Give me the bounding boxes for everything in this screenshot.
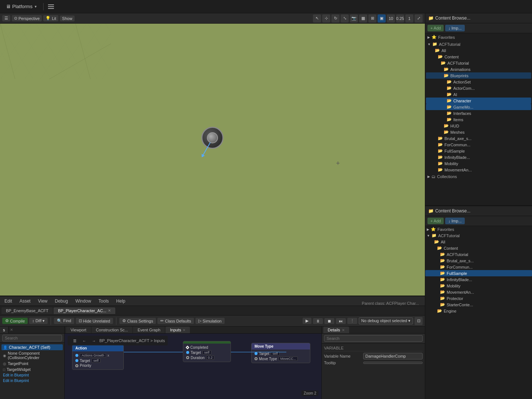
ct-item-forcommun[interactable]: 📂 ForCommun... <box>426 141 531 148</box>
platforms-menu[interactable]: 🖥 Platforms ▼ <box>3 2 40 11</box>
graph-tab-event[interactable]: Event Graph <box>133 327 165 333</box>
find-btn[interactable]: 🔍 Find <box>54 318 74 324</box>
menu-edit[interactable]: Edit <box>3 298 14 304</box>
translate-btn[interactable]: ⊹ <box>322 14 330 23</box>
simulation-btn[interactable]: ▷ Simulation <box>195 318 224 324</box>
bp-tab-2-close[interactable]: ✕ <box>108 308 111 313</box>
surface-btn[interactable]: ▦ <box>359 14 367 23</box>
ct-item-character[interactable]: 📂 Character <box>426 98 531 104</box>
menu-window[interactable]: Window <box>74 298 93 304</box>
add-btn[interactable]: + Add <box>427 25 444 31</box>
show-btn[interactable]: Show <box>60 16 75 21</box>
ct-item-animations[interactable]: 📂 Animations <box>426 66 531 72</box>
ct2-content[interactable]: 📂 Content <box>425 245 532 251</box>
ct-item-acftutorial-sub[interactable]: 📂 ACFTutorial <box>426 60 531 66</box>
stop-btn[interactable]: ⏹ <box>324 318 334 324</box>
viewport-3d[interactable]: + <box>0 24 425 296</box>
ct2-starterconte[interactable]: 📂 StarterConte... <box>425 301 532 308</box>
right-tab-close[interactable]: ✕ <box>342 328 345 332</box>
camera-btn[interactable]: 📷 <box>350 14 358 23</box>
hide-unrelated-btn[interactable]: ⊡ Hide Unrelated <box>76 318 113 324</box>
ct-item-meshes[interactable]: 📂 Meshes <box>426 129 531 135</box>
lit-btn[interactable]: 💡 Lit <box>43 15 58 21</box>
graph-fwd-icon[interactable]: → <box>90 337 98 345</box>
ct-item-hud[interactable]: 📂 HUD <box>426 123 531 129</box>
pause-btn[interactable]: ⏸ <box>313 318 323 324</box>
bp-tab-2[interactable]: BP_PlayerCharacter_AC... ✕ <box>54 307 115 314</box>
ct2-infinity[interactable]: 📂 InfinityBlade... <box>425 276 532 283</box>
menu-asset[interactable]: Asset <box>18 298 32 304</box>
class-settings-btn[interactable]: ⚙ Class Settings <box>119 318 156 324</box>
play-btn[interactable]: ▶ <box>303 318 311 324</box>
class-defaults-btn[interactable]: ✏ Class Defaults <box>157 318 194 324</box>
tree-item-edit2[interactable]: Edit in Blueprint <box>1 378 63 383</box>
ct2-mobility[interactable]: 📂 Mobility <box>425 283 532 289</box>
grid-size-btn[interactable]: 10 <box>387 14 395 23</box>
menu-help[interactable]: Help <box>115 298 127 304</box>
ct2-brutal[interactable]: 📂 Brutal_axe_s... <box>425 258 532 264</box>
ct2-fullsample[interactable]: 📂 FullSample <box>425 270 532 276</box>
tree-item-collider[interactable]: ◉ None Component (CollisionCylinder <box>1 350 63 361</box>
ct2-acftutorial[interactable]: 📂 ACFTutorial <box>425 251 532 258</box>
menu-tools[interactable]: Tools <box>97 298 110 304</box>
perspective-btn[interactable]: ⊙ Perspective <box>12 15 42 21</box>
import2-btn[interactable]: ↓ Imp... <box>445 218 464 224</box>
maximize-btn[interactable]: ⤢ <box>415 14 423 23</box>
ct2-forcommun[interactable]: 📂 ForCommun... <box>425 264 532 270</box>
graph-tab-viewport[interactable]: Viewport <box>66 327 91 333</box>
graph-tab-construction[interactable]: Construction Sc... <box>92 327 133 333</box>
diff-btn[interactable]: ↕ Diff ▾ <box>29 318 48 324</box>
ct-item-movementan[interactable]: 📂 MovementAn... <box>426 167 531 173</box>
menu-view[interactable]: View <box>37 298 49 304</box>
ct-item-content[interactable]: 📂 Content <box>426 54 531 60</box>
more-btn[interactable]: ⋮ <box>347 318 357 324</box>
ct-acf-header[interactable]: ▼ 📁 ACFTutorial <box>426 41 531 47</box>
detail-varname-value[interactable]: DamageHandlerComp <box>363 353 423 359</box>
ct-collections-header[interactable]: ▶ 🗂 Collections <box>426 174 531 180</box>
graph-canvas[interactable]: ☰ ← → BP_PlayerCharacter_ACFT > Inputs A… <box>65 334 321 399</box>
ct-item-fullsample[interactable]: 📂 FullSample <box>426 148 531 154</box>
game-view-btn[interactable]: ▣ <box>378 14 386 23</box>
ct-item-mobility[interactable]: 📂 Mobility <box>426 160 531 167</box>
ct-item-interfaces[interactable]: 📂 Interfaces <box>426 110 531 116</box>
debug-select[interactable]: No debug object selected ▾ <box>359 317 413 324</box>
zoom-btn[interactable]: 0.25 <box>396 14 404 23</box>
ct2-protector[interactable]: 📂 Protector <box>425 295 532 301</box>
graph-tab-close[interactable]: ✕ <box>183 328 185 332</box>
ct-favorites-header[interactable]: ▶ ⭐ Favorites <box>426 34 531 40</box>
compile-btn[interactable]: ⚙ Compile <box>2 318 28 324</box>
skip-btn[interactable]: ⏭ <box>336 318 346 324</box>
ct-item-actorcom[interactable]: 📂 ActorCom... <box>426 85 531 91</box>
menu-debug[interactable]: Debug <box>54 298 69 304</box>
detail-tooltip-value[interactable] <box>363 362 423 364</box>
ct-item-gamemode[interactable]: 📂 GameMo... <box>426 104 531 110</box>
ct2-all[interactable]: 📂 All <box>425 239 532 245</box>
rotate-btn[interactable]: ↻ <box>331 14 340 23</box>
scale-btn[interactable]: ⤡ <box>341 14 349 23</box>
ct-item-all[interactable]: 📂 All <box>426 47 531 54</box>
ct2-movementan[interactable]: 📂 MovementAn... <box>425 289 532 295</box>
tree-item-target[interactable]: ◎ TargetPoint <box>1 361 63 366</box>
ct2-favorites-header[interactable]: ▶ ⭐ Favorites <box>425 226 532 232</box>
tree-item-self[interactable]: 👤 Character_ACFT (Self) <box>1 344 63 350</box>
ct2-engine[interactable]: 📂 Engine <box>425 308 532 314</box>
tree-item-widget[interactable]: □ TargetWidget <box>1 366 63 372</box>
ct-item-items[interactable]: 📂 Items <box>426 116 531 123</box>
cursor-btn[interactable]: ↖ <box>313 14 321 23</box>
right-search-input[interactable] <box>324 335 423 342</box>
tree-item-edit-bp[interactable]: Edit in Blueprint <box>1 372 63 378</box>
ct-item-ai[interactable]: 📂 AI <box>426 91 531 98</box>
grid2-btn[interactable]: 1 <box>405 14 413 23</box>
graph-hamburger-icon[interactable]: ☰ <box>71 337 79 345</box>
ct2-acf-header[interactable]: ▼ 📁 ACFTutorial <box>425 232 532 239</box>
right-tab-details[interactable]: Details ✕ <box>323 327 349 333</box>
ct-item-actionset[interactable]: 📂 ActionSet <box>426 79 531 85</box>
left-tab-close[interactable]: ✕ <box>8 327 14 333</box>
grid-btn[interactable]: ⊞ <box>368 14 376 23</box>
add2-btn[interactable]: + Add <box>427 218 444 224</box>
graph-tab-inputs[interactable]: Inputs ✕ <box>166 327 190 333</box>
ct-item-blueprints[interactable]: 📂 Blueprints <box>426 72 531 79</box>
ct-item-infinityblade[interactable]: 📂 InfinityBlade... <box>426 154 531 160</box>
viewport-menu-btn[interactable]: ☰ <box>2 15 10 21</box>
debug-extra-btn[interactable]: ⊡ <box>415 317 423 325</box>
